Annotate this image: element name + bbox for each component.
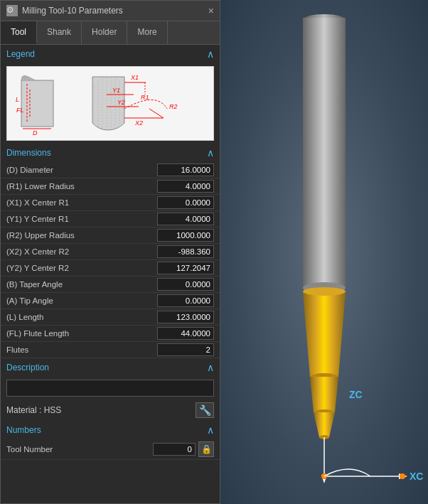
svg-text:FL: FL — [16, 107, 24, 114]
dim-row-flutes: Flutes — [1, 342, 220, 358]
legend-diagram: L FL D X1 Y1 R1 R2 — [14, 70, 206, 137]
tab-holder[interactable]: Holder — [82, 21, 127, 44]
tool-number-row: Tool Number 🔒 — [1, 439, 220, 460]
dim-input-flute-length[interactable] — [157, 327, 214, 340]
tab-more[interactable]: More — [127, 21, 167, 44]
dim-row-y2: (Y2) Y Center R2 — [1, 260, 220, 277]
dim-label-flutes: Flutes — [6, 344, 157, 355]
tool-number-label: Tool Number — [6, 445, 153, 454]
panel-content: Legend ∧ L FL D — [1, 45, 220, 503]
material-settings-button[interactable]: 🔧 — [196, 402, 214, 418]
svg-text:X1: X1 — [130, 74, 139, 81]
description-section-header[interactable]: Description ∧ — [1, 358, 220, 377]
lock-icon: 🔒 — [201, 444, 212, 454]
svg-text:Y1: Y1 — [112, 87, 120, 94]
tool-icon: ⚙ — [6, 5, 18, 16]
window-title: Milling Tool-10 Parameters — [22, 6, 123, 16]
svg-rect-20 — [303, 18, 346, 288]
title-bar-left: ⚙ Milling Tool-10 Parameters — [6, 5, 123, 16]
legend-section-header[interactable]: Legend ∧ — [1, 45, 220, 63]
dim-label-y1: (Y1) Y Center R1 — [6, 213, 157, 225]
tool-number-input[interactable] — [153, 443, 196, 456]
dim-label-flute-length: (FL) Flute Length — [6, 328, 157, 339]
dim-row-taper: (B) Taper Angle — [1, 277, 220, 293]
svg-marker-27 — [314, 412, 335, 437]
legend-area: L FL D X1 Y1 R1 R2 — [6, 66, 214, 141]
svg-text:D: D — [33, 129, 38, 136]
wrench-icon: 🔧 — [199, 404, 211, 416]
dim-label-r1: (R1) Lower Radius — [6, 181, 157, 192]
material-row: Material : HSS 🔧 — [6, 402, 214, 418]
parameters-panel: ⚙ Milling Tool-10 Parameters × Tool Shan… — [0, 0, 220, 504]
description-input[interactable] — [6, 380, 214, 397]
dim-row-y1: (Y1) Y Center R1 — [1, 211, 220, 227]
dim-label-length: (L) Length — [6, 311, 157, 323]
dim-input-length[interactable] — [157, 311, 214, 323]
zc-label: ZC — [349, 389, 363, 400]
tab-tool[interactable]: Tool — [1, 21, 37, 44]
dim-input-y1[interactable] — [157, 213, 214, 225]
lock-button[interactable]: 🔒 — [198, 441, 214, 457]
dim-input-x1[interactable] — [157, 196, 214, 209]
dim-row-r1: (R1) Lower Radius — [1, 178, 220, 195]
numbers-collapse-arrow: ∧ — [207, 424, 214, 436]
description-label: Description — [6, 363, 49, 372]
svg-text:R2: R2 — [169, 103, 178, 110]
dimensions-section-header[interactable]: Dimensions ∧ — [1, 144, 220, 162]
svg-rect-0 — [21, 80, 53, 127]
title-bar: ⚙ Milling Tool-10 Parameters × — [1, 1, 220, 21]
dim-input-flutes[interactable] — [157, 343, 214, 356]
material-label: Material : HSS — [6, 405, 61, 415]
svg-text:L: L — [16, 96, 19, 103]
svg-point-23 — [303, 287, 346, 296]
numbers-section-header[interactable]: Numbers ∧ — [1, 421, 220, 439]
tab-shank[interactable]: Shank — [37, 21, 82, 44]
svg-text:X2: X2 — [134, 119, 143, 127]
xc-label: XC — [410, 471, 423, 482]
svg-text:Y2: Y2 — [117, 99, 125, 106]
dimensions-label: Dimensions — [6, 148, 51, 158]
tool-3d-svg: ZC XC — [220, 0, 428, 504]
dim-row-x2: (X2) X Center R2 — [1, 244, 220, 260]
dim-row-tip: (A) Tip Angle — [1, 293, 220, 309]
dim-label-taper: (B) Taper Angle — [6, 279, 157, 290]
dim-row-length: (L) Length — [1, 309, 220, 326]
dim-input-tip[interactable] — [157, 294, 214, 307]
svg-marker-22 — [303, 291, 346, 377]
dim-input-r2[interactable] — [157, 229, 214, 242]
dim-row-r2: (R2) Upper Radius — [1, 227, 220, 244]
dim-row-flute-length: (FL) Flute Length — [1, 326, 220, 342]
dim-input-diameter[interactable] — [157, 163, 214, 176]
dim-label-tip: (A) Tip Angle — [6, 295, 157, 306]
3d-viewport: ZC XC — [220, 0, 428, 504]
legend-label: Legend — [6, 49, 35, 59]
tab-bar: Tool Shank Holder More — [1, 21, 220, 45]
description-collapse-arrow: ∧ — [207, 362, 214, 373]
numbers-label: Numbers — [6, 425, 41, 435]
dimensions-collapse-arrow: ∧ — [207, 147, 214, 159]
svg-point-34 — [400, 473, 405, 479]
dim-row-diameter: (D) Diameter — [1, 162, 220, 178]
dimensions-list: (D) Diameter (R1) Lower Radius (X1) X Ce… — [1, 162, 220, 358]
legend-collapse-arrow: ∧ — [207, 48, 214, 60]
dim-label-y2: (Y2) Y Center R2 — [6, 262, 157, 274]
dim-input-taper[interactable] — [157, 278, 214, 291]
dim-label-x1: (X1) X Center R1 — [6, 197, 157, 208]
dim-label-diameter: (D) Diameter — [6, 164, 157, 176]
svg-line-18 — [149, 109, 164, 118]
dim-input-y2[interactable] — [157, 262, 214, 274]
svg-marker-25 — [310, 377, 338, 412]
dim-label-r2: (R2) Upper Radius — [6, 230, 157, 241]
dim-row-x1: (X1) X Center R1 — [1, 195, 220, 211]
dim-input-r1[interactable] — [157, 180, 214, 193]
dim-input-x2[interactable] — [157, 245, 214, 258]
dim-label-x2: (X2) X Center R2 — [6, 246, 157, 257]
close-button[interactable]: × — [208, 6, 214, 16]
